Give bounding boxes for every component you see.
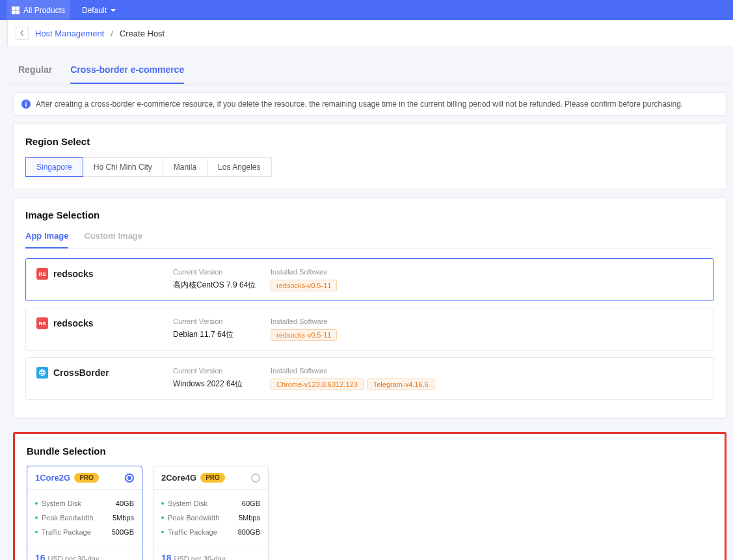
region-options: SingaporeHo Chi Minh CityManilaLos Angel… [25, 157, 714, 177]
image-row-2[interactable]: CrossBorderCurrent VersionWindows 2022 6… [25, 357, 714, 400]
back-button[interactable] [16, 27, 29, 40]
pro-badge: PRO [74, 473, 99, 483]
project-selector-label: Default [82, 6, 107, 15]
traffic-label: Traffic Package [42, 528, 91, 536]
disk-label: System Disk [168, 500, 207, 507]
bundle-body: System Disk60GBPeak Bandwidth5MbpsTraffi… [153, 490, 268, 546]
bundle-price: 16 [35, 553, 46, 560]
software-label: Installed Software [271, 317, 703, 325]
main-tabs: RegularCross-border e-commerce [7, 53, 733, 85]
top-bar: All Products Default [0, 0, 733, 20]
software-label: Installed Software [271, 268, 703, 276]
bw-value: 5Mbps [239, 514, 260, 522]
radio-icon [125, 473, 134, 483]
traffic-value: 800GB [238, 528, 260, 536]
main-tab-1[interactable]: Cross-border e-commerce [70, 64, 184, 84]
image-software-cell: Installed Softwareredsocks-v0.5-11 [271, 268, 703, 291]
bw-label: Peak Bandwidth [42, 514, 94, 522]
image-software-cell: Installed Softwareredsocks-v0.5-11 [271, 317, 703, 341]
region-title: Region Select [25, 136, 714, 147]
main-tab-0[interactable]: Regular [18, 64, 52, 84]
version-value: 高内核CentOS 7.9 64位 [173, 280, 264, 291]
image-name: RSredsocks [36, 268, 167, 280]
image-row-1[interactable]: RSredsocksCurrent VersionDebian 11.7 64位… [25, 308, 714, 351]
bundle-head: 1Core2G PRO [27, 466, 142, 490]
image-sub-tab-1[interactable]: Custom Image [84, 231, 142, 248]
bullet-icon [161, 502, 164, 505]
breadcrumb-parent[interactable]: Host Management [35, 29, 104, 38]
software-tags: Chrome-v123.0.6312.123Telegram-v4.16.6 [271, 379, 703, 390]
software-tag: redsocks-v0.5-11 [271, 329, 337, 341]
software-tag: Telegram-v4.16.6 [367, 379, 434, 390]
bundle-option-0[interactable]: 1Core2G PROSystem Disk40GBPeak Bandwidth… [27, 466, 142, 560]
traffic-value: 500GB [112, 528, 134, 536]
bundle-title: Bundle Selection [27, 446, 713, 457]
all-products-label: All Products [23, 6, 65, 15]
version-label: Current Version [173, 268, 264, 276]
bullet-icon [161, 531, 164, 533]
bullet-icon [161, 516, 164, 519]
bundle-price-suffix: USD per 30-day [48, 555, 100, 560]
project-selector[interactable]: Default [82, 6, 116, 15]
version-label: Current Version [173, 317, 264, 325]
bundle-price-suffix: USD per 30-day [174, 555, 226, 560]
bw-value: 5Mbps [113, 514, 134, 522]
version-value: Debian 11.7 64位 [173, 329, 264, 340]
software-tag: Chrome-v123.0.6312.123 [271, 379, 364, 390]
image-version-cell: Current VersionDebian 11.7 64位 [173, 317, 264, 340]
grid-icon [12, 7, 20, 14]
region-card: Region Select SingaporeHo Chi Minh CityM… [13, 124, 726, 189]
all-products-menu[interactable]: All Products [7, 0, 70, 20]
disk-value: 60GB [242, 500, 260, 507]
bundle-foot: 18USD per 30-day [153, 546, 268, 560]
redsocks-icon: RS [36, 268, 48, 280]
bullet-icon [35, 531, 38, 533]
image-card: Image Selection App ImageCustom Image RS… [13, 197, 726, 419]
region-option-0[interactable]: Singapore [25, 157, 83, 177]
version-value: Windows 2022 64位 [173, 379, 264, 390]
disk-label: System Disk [42, 500, 81, 507]
bullet-icon [35, 502, 38, 505]
disk-value: 40GB [116, 500, 134, 507]
image-sub-tab-0[interactable]: App Image [25, 231, 68, 248]
software-tags: redsocks-v0.5-11 [271, 329, 703, 341]
bundle-price: 18 [161, 553, 172, 560]
pro-badge: PRO [200, 473, 225, 483]
radio-icon [251, 473, 260, 483]
image-name-text: CrossBorder [53, 367, 109, 378]
region-option-3[interactable]: Los Angeles [207, 157, 271, 177]
breadcrumb-current: Create Host [120, 29, 165, 38]
info-icon: i [21, 100, 31, 109]
software-label: Installed Software [271, 367, 703, 375]
image-name-text: redsocks [53, 318, 93, 328]
image-title: Image Selection [25, 209, 714, 220]
region-option-1[interactable]: Ho Chi Minh City [83, 157, 163, 177]
bundle-head: 2Core4G PRO [153, 466, 268, 490]
software-tag: redsocks-v0.5-11 [271, 280, 337, 291]
redsocks-icon: RS [36, 317, 48, 329]
bundle-options: 1Core2G PROSystem Disk40GBPeak Bandwidth… [27, 466, 713, 560]
image-version-cell: Current VersionWindows 2022 64位 [173, 367, 264, 390]
bundle-name: 2Core4G PRO [161, 473, 225, 483]
crossborder-icon [36, 367, 48, 379]
bullet-icon [35, 516, 38, 519]
image-row-0[interactable]: RSredsocksCurrent Version高内核CentOS 7.9 6… [25, 258, 714, 301]
version-label: Current Version [173, 367, 264, 375]
image-version-cell: Current Version高内核CentOS 7.9 64位 [173, 268, 264, 291]
bundle-foot: 16USD per 30-day [27, 546, 142, 560]
chevron-left-icon [19, 30, 25, 36]
image-sub-tabs: App ImageCustom Image [25, 231, 714, 249]
image-name: CrossBorder [36, 367, 167, 379]
bw-label: Peak Bandwidth [168, 514, 220, 522]
breadcrumb: Host Management / Create Host [7, 20, 733, 46]
bundle-option-1[interactable]: 2Core4G PROSystem Disk60GBPeak Bandwidth… [153, 466, 269, 560]
traffic-label: Traffic Package [168, 528, 217, 536]
chevron-down-icon [111, 9, 116, 12]
breadcrumb-separator: / [111, 29, 113, 38]
region-option-2[interactable]: Manila [163, 157, 207, 177]
bundle-name: 1Core2G PRO [35, 473, 99, 483]
software-tags: redsocks-v0.5-11 [271, 280, 703, 291]
image-name: RSredsocks [36, 317, 167, 329]
image-software-cell: Installed SoftwareChrome-v123.0.6312.123… [271, 367, 703, 390]
info-banner: i After creating a cross-border e-commer… [13, 92, 726, 116]
